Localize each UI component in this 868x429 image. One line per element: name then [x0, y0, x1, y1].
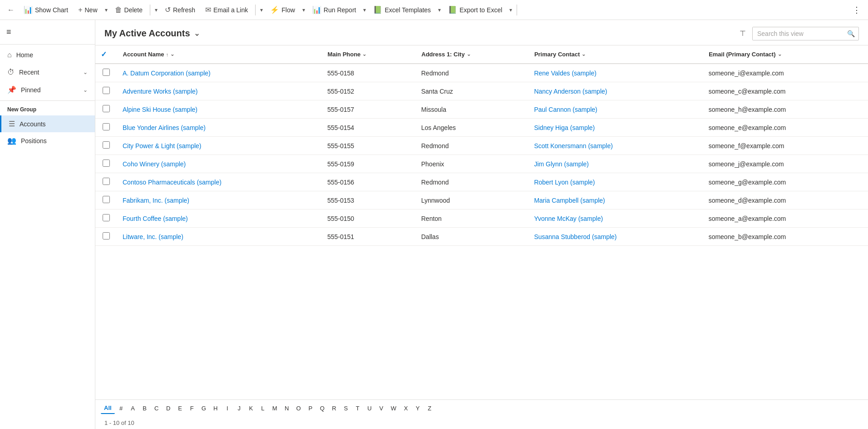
table-row[interactable]: Contoso Pharmaceuticals (sample) 555-015… [95, 173, 868, 191]
new-dropdown[interactable]: ▾ [103, 4, 109, 16]
alpha-btn-l[interactable]: L [257, 403, 268, 414]
alpha-btn-z[interactable]: Z [424, 403, 435, 414]
alpha-btn-e[interactable]: E [175, 403, 186, 414]
email-dropdown[interactable]: ▾ [258, 4, 265, 16]
row-select-checkbox[interactable] [103, 178, 110, 185]
alpha-btn-d[interactable]: D [163, 403, 174, 414]
more-options-button[interactable]: ⋮ [849, 2, 864, 18]
row-select-checkbox[interactable] [103, 141, 110, 149]
email-link-button[interactable]: ✉ Email a Link [201, 3, 252, 17]
export-excel-dropdown[interactable]: ▾ [508, 4, 514, 16]
alpha-btn-p[interactable]: P [305, 403, 316, 414]
account-name-link[interactable]: Fabrikam, Inc. (sample) [123, 197, 189, 204]
alpha-btn-g[interactable]: G [198, 403, 209, 414]
alpha-btn-a[interactable]: A [128, 403, 138, 414]
alpha-btn-b[interactable]: B [139, 403, 150, 414]
alpha-btn-t[interactable]: T [352, 403, 363, 414]
account-name-link[interactable]: Coho Winery (sample) [123, 160, 186, 168]
account-name-link[interactable]: A. Datum Corporation (sample) [123, 70, 211, 77]
view-title-dropdown[interactable]: ⌄ [194, 29, 200, 38]
table-row[interactable]: Fourth Coffee (sample) 555-0150 Renton Y… [95, 210, 868, 228]
alpha-btn-m[interactable]: M [269, 403, 281, 414]
table-row[interactable]: Alpine Ski House (sample) 555-0157 Misso… [95, 100, 868, 119]
table-row[interactable]: Coho Winery (sample) 555-0159 Phoenix Ji… [95, 155, 868, 173]
table-row[interactable]: Fabrikam, Inc. (sample) 555-0153 Lynnwoo… [95, 191, 868, 210]
row-select-checkbox[interactable] [103, 123, 110, 130]
contact-link[interactable]: Jim Glynn (sample) [534, 160, 589, 168]
alpha-btn-f[interactable]: F [187, 403, 197, 414]
hamburger-button[interactable]: ≡ [2, 24, 16, 40]
flow-dropdown[interactable]: ▾ [301, 4, 307, 16]
alpha-btn-n[interactable]: N [281, 403, 292, 414]
table-row[interactable]: Litware, Inc. (sample) 555-0151 Dallas S… [95, 228, 868, 246]
row-checkbox[interactable] [95, 191, 117, 210]
alpha-btn-all[interactable]: All [101, 403, 115, 414]
table-row[interactable]: City Power & Light (sample) 555-0155 Red… [95, 137, 868, 155]
run-report-dropdown[interactable]: ▾ [361, 4, 368, 16]
alpha-btn-o[interactable]: O [293, 403, 304, 414]
flow-button[interactable]: ⚡ Flow [266, 3, 300, 17]
row-checkbox[interactable] [95, 155, 117, 173]
row-checkbox[interactable] [95, 119, 117, 137]
sidebar-item-home[interactable]: ⌂ Home [0, 46, 95, 64]
contact-link[interactable]: Rene Valdes (sample) [534, 70, 596, 77]
row-checkbox[interactable] [95, 100, 117, 119]
search-button[interactable]: 🔍 [843, 27, 858, 40]
contact-link[interactable]: Robert Lyon (sample) [534, 179, 595, 186]
account-name-link[interactable]: City Power & Light (sample) [123, 142, 202, 150]
row-checkbox[interactable] [95, 228, 117, 246]
contact-link[interactable]: Sidney Higa (sample) [534, 124, 595, 131]
alpha-btn-w[interactable]: W [388, 403, 399, 414]
alpha-btn-y[interactable]: Y [412, 403, 423, 414]
row-checkbox[interactable] [95, 137, 117, 155]
sidebar-item-recent[interactable]: ⏱ Recent ⌄ [0, 64, 95, 81]
contact-link[interactable]: Yvonne McKay (sample) [534, 215, 603, 222]
excel-templates-button[interactable]: 📗 Excel Templates [369, 3, 435, 17]
alpha-btn-j[interactable]: J [234, 403, 245, 414]
row-checkbox[interactable] [95, 173, 117, 191]
row-checkbox[interactable] [95, 82, 117, 100]
alpha-btn-v[interactable]: V [376, 403, 387, 414]
alpha-btn-s[interactable]: S [340, 403, 351, 414]
sidebar-item-pinned[interactable]: 📌 Pinned ⌄ [0, 81, 95, 99]
alpha-btn-i[interactable]: I [222, 403, 233, 414]
sidebar-item-accounts[interactable]: ☰ Accounts [0, 115, 95, 132]
account-name-link[interactable]: Blue Yonder Airlines (sample) [123, 124, 206, 131]
select-all-check[interactable]: ✓ [101, 50, 107, 58]
sidebar-item-positions[interactable]: 👥 Positions [0, 132, 95, 149]
contact-link[interactable]: Paul Cannon (sample) [534, 106, 597, 113]
alpha-btn-q[interactable]: Q [317, 403, 328, 414]
alpha-btn-r[interactable]: R [329, 403, 340, 414]
export-excel-button[interactable]: 📗 Export to Excel [444, 3, 507, 17]
delete-dropdown[interactable]: ▾ [153, 4, 159, 16]
row-select-checkbox[interactable] [103, 214, 110, 221]
alpha-btn-k[interactable]: K [246, 403, 256, 414]
filter-button[interactable]: ⊤ [737, 26, 749, 40]
account-name-link[interactable]: Fourth Coffee (sample) [123, 215, 188, 222]
show-chart-button[interactable]: 📊 Show Chart [19, 3, 73, 17]
contact-link[interactable]: Nancy Anderson (sample) [534, 88, 607, 95]
alpha-btn-#[interactable]: # [116, 403, 127, 414]
row-select-checkbox[interactable] [103, 87, 110, 94]
alpha-btn-x[interactable]: X [400, 403, 411, 414]
alpha-btn-u[interactable]: U [364, 403, 375, 414]
back-button[interactable]: ← [4, 3, 18, 17]
row-select-checkbox[interactable] [103, 232, 110, 239]
refresh-button[interactable]: ↺ Refresh [160, 3, 200, 17]
row-select-checkbox[interactable] [103, 69, 110, 76]
contact-link[interactable]: Scott Konersmann (sample) [534, 142, 613, 150]
row-checkbox[interactable] [95, 210, 117, 228]
account-name-link[interactable]: Adventure Works (sample) [123, 88, 197, 95]
table-row[interactable]: Blue Yonder Airlines (sample) 555-0154 L… [95, 119, 868, 137]
table-row[interactable]: A. Datum Corporation (sample) 555-0158 R… [95, 64, 868, 82]
row-select-checkbox[interactable] [103, 160, 110, 167]
contact-link[interactable]: Susanna Stubberod (sample) [534, 233, 616, 240]
account-name-link[interactable]: Contoso Pharmaceuticals (sample) [123, 179, 222, 186]
row-checkbox[interactable] [95, 64, 117, 82]
account-name-link[interactable]: Alpine Ski House (sample) [123, 106, 197, 113]
alpha-btn-h[interactable]: H [210, 403, 221, 414]
excel-templates-dropdown[interactable]: ▾ [436, 4, 443, 16]
new-button[interactable]: + New [74, 3, 102, 17]
alpha-btn-c[interactable]: C [151, 403, 162, 414]
delete-button[interactable]: 🗑 Delete [110, 3, 147, 17]
